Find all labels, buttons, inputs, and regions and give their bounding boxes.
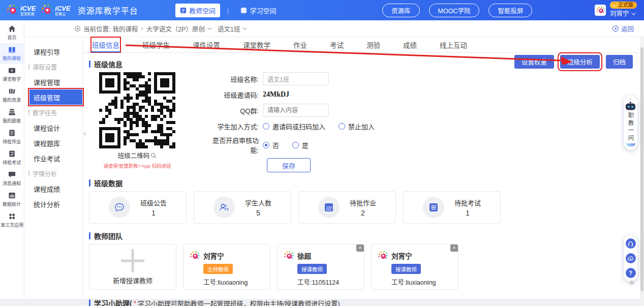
- user-area[interactable]: 正式版 刘宵宁: [595, 2, 637, 17]
- rail-item-my-resources[interactable]: 我的资源: [0, 85, 24, 106]
- tab-courseware-settings[interactable]: 课件设置: [192, 37, 221, 52]
- sidebar-item-homework-exam[interactable]: 作业考试: [24, 150, 82, 166]
- logo-zhijiaoyun[interactable]: iCVE 职教云: [41, 4, 70, 16]
- add-teacher-card[interactable]: 新增授课教师: [89, 244, 176, 290]
- tab-class-info[interactable]: 班级信息: [91, 37, 120, 52]
- platform-title: 资源库教学平台: [78, 4, 138, 16]
- brand-text: iCVE: [55, 5, 70, 12]
- breadcrumb-class-select[interactable]: 语文1班: [218, 24, 246, 34]
- user-name[interactable]: 刘宵宁: [610, 11, 634, 17]
- teacher-space-button[interactable]: 教师空间: [175, 4, 220, 17]
- save-button[interactable]: 保存: [267, 158, 311, 172]
- zhijiao-qa-widget[interactable]: × 职教一问: [624, 96, 637, 150]
- sidebar-item-statistical-analysis[interactable]: 统计分析: [24, 196, 82, 211]
- tab-classroom-teaching[interactable]: 课堂教学: [242, 37, 271, 52]
- qq-group-input[interactable]: [263, 104, 329, 117]
- set-weights-button[interactable]: 设置权重: [514, 55, 554, 69]
- teacher-avatar: [378, 251, 388, 261]
- rail-item-statistics[interactable]: 数据统计: [0, 189, 24, 210]
- sidebar-item-course-management[interactable]: 课程管理: [24, 74, 82, 89]
- card-student-count[interactable]: 学生人数5: [194, 191, 291, 224]
- qr-caption-label: 班级二维码: [118, 150, 150, 160]
- archive-button[interactable]: 归档: [606, 55, 633, 69]
- sidebar-item-class-management[interactable]: 班级管理: [29, 89, 82, 105]
- tab-class-students[interactable]: 班级学生: [141, 37, 171, 52]
- rail-label: 消息通知: [3, 179, 21, 186]
- tab-grades[interactable]: 成绩: [402, 37, 418, 52]
- radio-icon: [339, 123, 345, 130]
- question-mark-icon: ?: [629, 270, 632, 276]
- close-icon[interactable]: ×: [450, 244, 458, 252]
- close-icon[interactable]: ×: [356, 244, 364, 252]
- class-analysis-button[interactable]: 班级分析: [560, 55, 600, 69]
- close-icon[interactable]: ×: [629, 97, 632, 101]
- resource-library-button[interactable]: 资源库: [382, 4, 420, 17]
- sidebar-item-course-guide[interactable]: 课程引导: [24, 44, 82, 59]
- qr-block: 班级二维码 请使用'智慧职教+'App 扫码进班: [88, 72, 185, 176]
- breadcrumb: 当前位置: 我的课程 › 大学语文（2P）原创 语文1班 返回: [24, 20, 644, 37]
- teacher-id: 工号:11051124: [297, 277, 364, 287]
- sidebar-section-label: 课程设置: [33, 63, 57, 71]
- tab-homework[interactable]: 作业: [292, 37, 308, 52]
- tab-exam[interactable]: 考试: [329, 37, 345, 52]
- role-badge: 主持教师: [203, 264, 233, 274]
- card-pending-exams[interactable]: 待批考试1: [403, 191, 501, 224]
- breadcrumb-label: 大学语文（2P）原创: [146, 24, 205, 34]
- students-icon: [213, 197, 235, 218]
- class-name-input[interactable]: [263, 72, 329, 85]
- card-class-announcements[interactable]: 班级公告1: [89, 191, 187, 224]
- download-button[interactable]: [626, 253, 636, 263]
- back-label: 返回: [621, 24, 634, 34]
- announcement-icon: [109, 197, 130, 218]
- assistant-title: 学习小助理(: [94, 298, 132, 306]
- rail-item-classroom-teaching[interactable]: 课堂教学: [0, 64, 24, 85]
- breadcrumb-my-courses[interactable]: 我的课程: [112, 24, 138, 34]
- class-info-form: 班级名称: 班级邀请码: 24MkDJ QQ群:: [206, 72, 388, 176]
- question-bank-icon: [8, 108, 16, 116]
- rail-item-my-courses[interactable]: 我的课程: [0, 43, 24, 64]
- sidebar-item-course-grades[interactable]: 课程成绩: [24, 181, 82, 196]
- back-icon: [612, 25, 619, 32]
- rail-item-my-question-bank[interactable]: 我的题库: [0, 106, 24, 127]
- logo-zhihuizhijiao[interactable]: iCVE 智慧职教: [6, 4, 36, 16]
- radio-audit-yes[interactable]: 是: [292, 140, 309, 150]
- smart-cast-button[interactable]: 智能投屏: [488, 4, 532, 17]
- nav-divider: |: [227, 7, 229, 14]
- rail-item-third-party-apps[interactable]: 第三方应用: [0, 210, 24, 231]
- rail-label: 数据统计: [3, 200, 21, 207]
- rail-label: 首页: [7, 34, 16, 40]
- mooc-college-button[interactable]: MOOC学院: [429, 4, 480, 17]
- join-method-label: 学生加入方式:: [206, 121, 263, 131]
- sidebar-section-teaching-tasks: 教学任务: [28, 105, 82, 120]
- qr-caption[interactable]: 班级二维码: [90, 150, 185, 160]
- rail-item-pending-exams[interactable]: 待批考试: [0, 147, 24, 168]
- radio-forbid-join[interactable]: 禁止加入: [339, 121, 375, 131]
- teacher-name: 刘宵宁: [391, 251, 412, 261]
- rail-item-messages[interactable]: 消息通知: [0, 168, 24, 189]
- sidebar-label: 课程管理: [34, 77, 60, 87]
- apps-icon: [8, 212, 16, 220]
- rail-item-home[interactable]: 首页: [0, 22, 24, 43]
- tab-online-interaction[interactable]: 线上互动: [439, 37, 468, 52]
- sidebar-item-course-question-bank[interactable]: 课程题库: [24, 135, 82, 150]
- rail-item-pending-homework[interactable]: 待批作业: [0, 127, 24, 147]
- toolbar-dismiss-icon[interactable]: ⊗: [629, 279, 634, 286]
- radio-invite-or-scan[interactable]: 邀请码或扫码加入: [263, 121, 325, 131]
- teacher-card: × 刘宵宁 授课教师 工号:liuxiaoning: [371, 244, 458, 290]
- help-button[interactable]: ?: [626, 268, 636, 278]
- radio-label: 邀请码或扫码加入: [272, 121, 325, 131]
- tab-quiz[interactable]: 测验: [365, 37, 381, 52]
- page-scrollbar[interactable]: [640, 37, 644, 306]
- back-button[interactable]: 返回: [612, 24, 634, 34]
- class-tabs: 班级信息 班级学生 课件设置 课堂教学 作业 考试 测验 成绩 线上互动: [83, 37, 644, 53]
- avatar[interactable]: [595, 5, 606, 16]
- card-pending-homework[interactable]: 待批作业2: [298, 191, 396, 224]
- class-name-label: 班级名称:: [206, 74, 263, 84]
- learning-space-button[interactable]: 学习空间: [236, 4, 281, 17]
- sidebar-item-course-design[interactable]: 课程设计: [24, 120, 82, 135]
- scrollbar-thumb[interactable]: [640, 47, 643, 291]
- radio-audit-no[interactable]: 否: [263, 140, 279, 150]
- breadcrumb-course-select[interactable]: 大学语文（2P）原创: [146, 24, 210, 34]
- customer-service-button[interactable]: [626, 238, 636, 249]
- section-title: 班级信息: [94, 59, 122, 69]
